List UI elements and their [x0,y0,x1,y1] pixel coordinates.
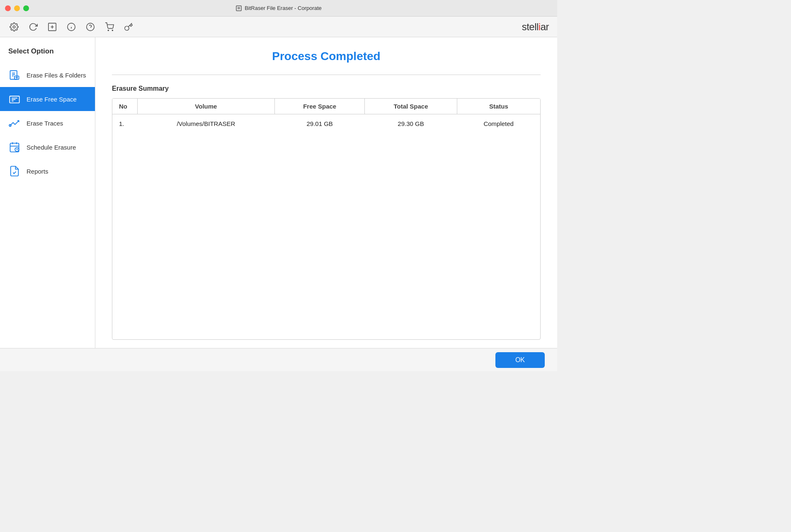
close-button[interactable] [5,5,11,11]
svg-rect-11 [10,71,17,80]
eraser-icon[interactable] [46,21,58,33]
bottom-bar: OK [0,348,557,371]
col-header-free-space: Free Space [275,99,365,114]
erasure-summary-label: Erasure Summary [112,85,541,92]
col-header-volume: Volume [137,99,275,114]
svg-point-3 [13,26,15,28]
erase-files-label: Erase Files & Folders [27,72,86,79]
cell-status: Completed [457,114,540,133]
toolbar-icons [8,21,134,33]
title-bar: BitRaser File Eraser - Corporate [0,0,557,17]
erase-files-icon [8,69,21,81]
svg-point-10 [112,30,113,31]
erase-free-space-label: Erase Free Space [27,96,77,103]
cell-volume: /Volumes/BITRASER [137,114,275,133]
col-header-no: No [112,99,137,114]
reports-label: Reports [27,168,49,175]
table-row: 1./Volumes/BITRASER29.01 GB29.30 GBCompl… [112,114,540,133]
summary-table: No Volume Free Space Total Space Status … [112,98,541,340]
window-controls [5,5,29,11]
process-completed-title: Process Completed [112,50,541,63]
info-icon[interactable] [66,21,77,33]
refresh-icon[interactable] [27,21,39,33]
divider [112,75,541,75]
cell-no: 1. [112,114,137,133]
sidebar-item-schedule-erasure[interactable]: Schedule Erasure [0,135,95,159]
svg-point-7 [87,23,94,30]
schedule-erasure-label: Schedule Erasure [27,144,76,151]
erase-traces-icon [8,117,21,129]
reports-icon [8,165,21,177]
key-icon[interactable] [123,21,134,33]
maximize-button[interactable] [23,5,29,11]
right-panel: Process Completed Erasure Summary No Vol… [95,37,557,348]
erase-traces-label: Erase Traces [27,120,63,127]
sidebar-item-erase-traces[interactable]: Erase Traces [0,111,95,135]
cell-freeSpace: 29.01 GB [275,114,365,133]
stellar-logo: stelliar [522,21,549,33]
cart-icon[interactable] [104,21,115,33]
window-title: BitRaser File Eraser - Corporate [235,5,322,12]
sidebar-item-erase-files[interactable]: Erase Files & Folders [0,63,95,87]
schedule-erasure-icon [8,141,21,153]
sidebar-item-erase-free-space[interactable]: Erase Free Space [0,87,95,111]
col-header-total-space: Total Space [365,99,457,114]
sidebar-item-reports[interactable]: Reports [0,159,95,183]
help-icon[interactable] [85,21,96,33]
svg-point-9 [108,30,109,31]
settings-icon[interactable] [8,21,20,33]
minimize-button[interactable] [14,5,20,11]
toolbar: stelliar [0,17,557,37]
ok-button[interactable]: OK [495,352,545,368]
col-header-status: Status [457,99,540,114]
cell-totalSpace: 29.30 GB [365,114,457,133]
sidebar: Select Option Erase Files & Folders [0,37,95,348]
svg-rect-0 [236,6,241,11]
sidebar-title: Select Option [0,41,95,63]
erase-free-space-icon [8,93,21,105]
main-content: Select Option Erase Files & Folders [0,37,557,348]
stellar-logo-accent: i [539,21,541,32]
